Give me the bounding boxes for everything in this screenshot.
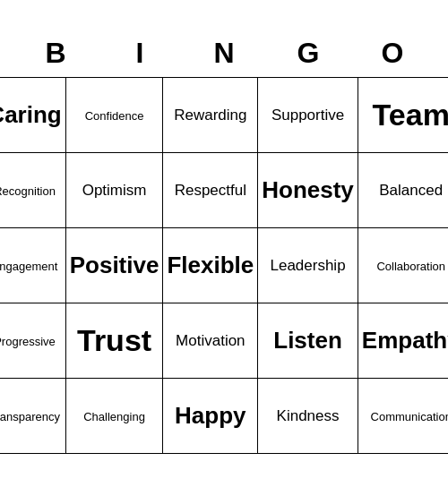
- bingo-cell: Empathy: [358, 303, 448, 379]
- cell-text: Engagement: [0, 260, 57, 273]
- bingo-cell: Positive: [65, 228, 163, 303]
- cell-text: Recognition: [0, 184, 56, 198]
- bingo-cell: Honesty: [258, 153, 358, 228]
- bingo-cell: Optimism: [65, 153, 163, 228]
- cell-text: Team: [373, 98, 448, 132]
- bingo-cell: Collaboration: [358, 228, 448, 303]
- cell-text: Confidence: [85, 109, 144, 123]
- bingo-cell: Rewarding: [163, 78, 258, 153]
- table-row: RecognitionOptimismRespectfulHonestyBala…: [0, 153, 448, 228]
- cell-text: Honesty: [262, 176, 354, 203]
- bingo-container: BINGO CaringConfidenceRewardingSupportiv…: [4, 24, 444, 463]
- bingo-cell: Motivation: [163, 303, 258, 379]
- cell-text: Respectful: [175, 182, 246, 199]
- bingo-cell: Recognition: [0, 153, 65, 228]
- cell-text: Listen: [273, 327, 342, 354]
- bingo-cell: Progressive: [0, 303, 65, 379]
- bingo-cell: Leadership: [258, 228, 358, 303]
- cell-text: Optimism: [82, 182, 147, 199]
- cell-text: Transparency: [0, 410, 60, 423]
- header-letter: B: [13, 33, 98, 73]
- cell-text: Kindness: [277, 407, 340, 424]
- bingo-cell: Transparency: [0, 379, 65, 454]
- bingo-cell: Team: [358, 78, 448, 153]
- cell-text: Empathy: [362, 327, 448, 354]
- cell-text: Communication: [371, 410, 448, 423]
- bingo-cell: Engagement: [0, 228, 65, 303]
- bingo-cell: Flexible: [163, 228, 258, 303]
- header-letter: O: [350, 33, 435, 73]
- cell-text: Rewarding: [174, 107, 246, 124]
- bingo-cell: Caring: [0, 78, 65, 153]
- table-row: CaringConfidenceRewardingSupportiveTeam: [0, 78, 448, 153]
- header-letter: N: [182, 33, 266, 73]
- bingo-cell: Balanced: [358, 153, 448, 228]
- cell-text: Motivation: [176, 332, 245, 349]
- cell-text: Challenging: [83, 410, 145, 423]
- table-row: TransparencyChallengingHappyKindnessComm…: [0, 379, 448, 454]
- header-letter: G: [266, 33, 350, 73]
- bingo-header: BINGO: [13, 33, 435, 73]
- cell-text: Positive: [70, 252, 159, 278]
- cell-text: Flexible: [167, 252, 254, 278]
- header-letter: I: [98, 33, 182, 73]
- bingo-cell: Trust: [65, 303, 163, 379]
- cell-text: Progressive: [0, 335, 56, 348]
- bingo-cell: Happy: [163, 379, 258, 454]
- cell-text: Balanced: [379, 182, 443, 199]
- table-row: EngagementPositiveFlexibleLeadershipColl…: [0, 228, 448, 303]
- bingo-grid: CaringConfidenceRewardingSupportiveTeamR…: [0, 77, 448, 454]
- bingo-cell: Confidence: [65, 78, 163, 153]
- cell-text: Caring: [0, 101, 62, 128]
- cell-text: Happy: [175, 402, 246, 429]
- bingo-cell: Respectful: [163, 153, 258, 228]
- bingo-cell: Kindness: [258, 379, 358, 454]
- cell-text: Supportive: [271, 107, 344, 124]
- cell-text: Collaboration: [376, 260, 445, 273]
- bingo-cell: Supportive: [258, 78, 358, 153]
- table-row: ProgressiveTrustMotivationListenEmpathy: [0, 303, 448, 379]
- bingo-cell: Challenging: [65, 379, 163, 454]
- bingo-cell: Communication: [358, 379, 448, 454]
- cell-text: Leadership: [270, 257, 345, 274]
- cell-text: Trust: [77, 323, 151, 357]
- bingo-cell: Listen: [258, 303, 358, 379]
